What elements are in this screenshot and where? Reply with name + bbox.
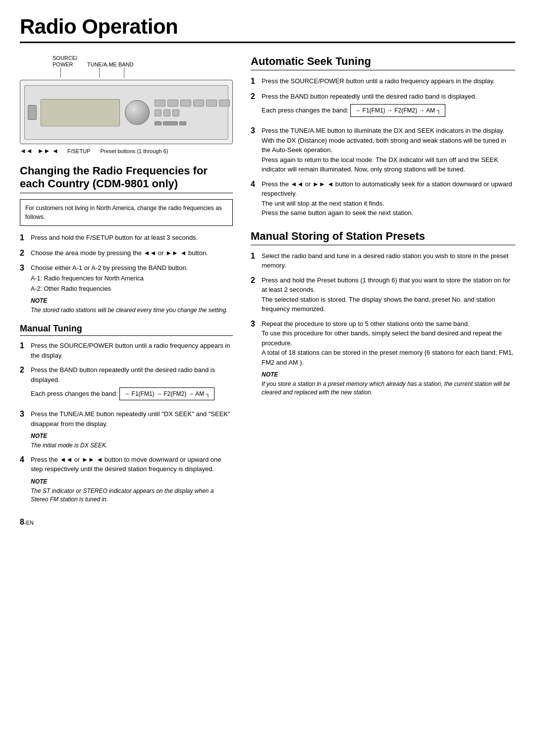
- diagram-fsetup-label: F/SETUP: [67, 148, 90, 154]
- step-text: Press the TUNE/A.ME button to illuminate…: [262, 127, 506, 173]
- step-text: Press the ◄◄ or ►► ◄ button to automatic…: [262, 180, 512, 217]
- note-text: The ST indicator or STEREO indicator app…: [31, 487, 233, 504]
- list-item: 1 Press the SOURCE/POWER button until a …: [251, 76, 515, 87]
- list-item: 1 Press the SOURCE/POWER button until a …: [20, 341, 233, 360]
- list-item: 2 Press and hold the Preset buttons (1 t…: [251, 275, 515, 314]
- sub-item-a1: A-1: Radio frequencies for North America: [31, 274, 233, 283]
- list-item: 4 Press the ◄◄ or ►► ◄ button to move do…: [20, 455, 233, 504]
- manual-storing-steps-list: 1 Select the radio band and tune in a de…: [251, 251, 515, 397]
- step-text: Choose either A-1 or A-2 by pressing the…: [31, 264, 188, 271]
- list-item: 3 Choose either A-1 or A-2 by pressing t…: [20, 263, 233, 315]
- list-item: 3 Press the TUNE/A.ME button to illumina…: [251, 126, 515, 174]
- section-manual-tuning-title: Manual Tuning: [20, 324, 233, 336]
- info-box: For customers not living in North Americ…: [20, 199, 233, 226]
- list-item: 4 Press the ◄◄ or ►► ◄ button to automat…: [251, 179, 515, 218]
- auto-seek-title: Automatic Seek Tuning: [251, 55, 515, 70]
- changing-steps-list: 1 Press and hold the F/SETUP button for …: [20, 233, 233, 315]
- diagram-label-tune: TUNE/A.ME BAND: [87, 61, 134, 67]
- step-text: Press the ◄◄ or ►► ◄ button to move down…: [31, 456, 221, 473]
- band-sequence: → F1(FM1) → F2(FM2) → AM ┐: [119, 387, 214, 400]
- note-label: NOTE: [31, 296, 233, 305]
- band-sequence: → F1(FM1) → F2(FM2) → AM ┐: [350, 104, 445, 117]
- note-text: The stored radio stations will be cleare…: [31, 306, 233, 315]
- manual-tuning-steps-list: 1 Press the SOURCE/POWER button until a …: [20, 341, 233, 503]
- note-text: If you store a station in a preset memor…: [262, 380, 515, 397]
- list-item: 2 Press the BAND button repeatedly until…: [20, 365, 233, 404]
- note-text: The initial mode is DX SEEK.: [31, 441, 233, 450]
- diagram-label-source: SOURCE/: [53, 55, 77, 61]
- list-item: 1 Press and hold the F/SETUP button for …: [20, 233, 233, 243]
- step-text: Press and hold the F/SETUP button for at…: [31, 234, 198, 241]
- left-column: SOURCE/ POWER TUNE/A.ME BAND: [20, 55, 233, 527]
- radio-diagram: SOURCE/ POWER TUNE/A.ME BAND: [20, 55, 233, 155]
- list-item: 2 Choose the area mode by pressing the ◄…: [20, 248, 233, 259]
- step-text: Repeat the procedure to store up to 5 ot…: [262, 320, 514, 366]
- list-item: 3 Press the TUNE/A.ME button repeatedly …: [20, 409, 233, 450]
- right-column: Automatic Seek Tuning 1 Press the SOURCE…: [251, 55, 515, 527]
- section-changing-title: Changing the Radio Frequencies for each …: [20, 164, 233, 193]
- page-title: Radio Operation: [20, 15, 515, 43]
- step-text: Select the radio band and tune in a desi…: [262, 252, 509, 270]
- note-label: NOTE: [31, 432, 233, 440]
- note-label: NOTE: [31, 477, 233, 486]
- radio-image: [20, 80, 233, 144]
- list-item: 1 Select the radio band and tune in a de…: [251, 251, 515, 270]
- list-item: 3 Repeat the procedure to store up to 5 …: [251, 319, 515, 397]
- step-text: Choose the area mode by pressing the ◄◄ …: [31, 249, 208, 257]
- sub-item-a2: A-2: Other Radio frequencies: [31, 284, 233, 294]
- step-text: Press the TUNE/A.ME button repeatedly un…: [31, 410, 230, 428]
- list-item: 2 Press the BAND button repeatedly until…: [251, 92, 515, 121]
- step-text: Press and hold the Preset buttons (1 thr…: [262, 276, 510, 313]
- step-text: Press the SOURCE/POWER button until a ra…: [262, 77, 495, 85]
- note-label: NOTE: [262, 370, 515, 379]
- step-text: Press the SOURCE/POWER button until a ra…: [31, 342, 230, 359]
- diagram-preset-label: Preset buttons (1 through 6): [100, 148, 168, 154]
- manual-storing-title: Manual Storing of Station Presets: [251, 230, 515, 245]
- auto-seek-steps-list: 1 Press the SOURCE/POWER button until a …: [251, 76, 515, 218]
- diagram-label-power: POWER: [53, 61, 73, 67]
- diagram-bottom: ◄◄ ►► ◄ F/SETUP Preset buttons (1 throug…: [20, 147, 233, 155]
- page-number: 8-EN: [20, 518, 233, 527]
